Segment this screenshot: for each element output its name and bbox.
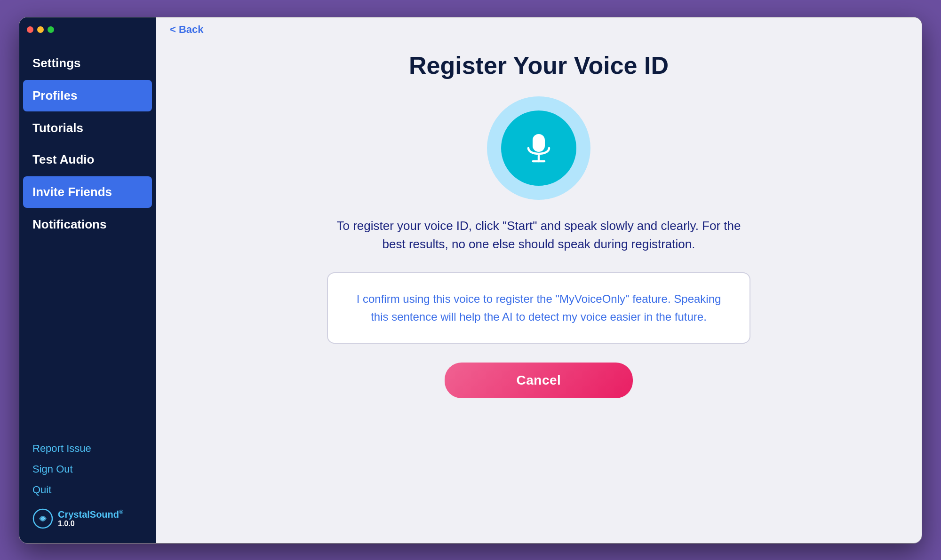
logo-area: CrystalSound® 1.0.0 <box>32 508 143 529</box>
sidebar-item-test-audio[interactable]: Test Audio <box>19 144 156 175</box>
back-button[interactable]: < Back <box>170 24 204 36</box>
app-window: Settings Profiles Tutorials Test Audio I… <box>19 17 922 544</box>
top-bar: < Back <box>156 17 922 42</box>
svg-point-1 <box>41 517 44 520</box>
confirm-box: I confirm using this voice to register t… <box>327 272 750 344</box>
page-title: Register Your Voice ID <box>409 51 669 79</box>
content-area: Register Your Voice ID To register your … <box>156 42 922 543</box>
svg-rect-2 <box>533 134 545 152</box>
logo-text: CrystalSound® 1.0.0 <box>58 509 123 528</box>
titlebar <box>19 17 156 42</box>
logo-name: CrystalSound® <box>58 509 123 520</box>
minimize-button[interactable] <box>37 26 44 33</box>
sidebar-item-invite-friends[interactable]: Invite Friends <box>23 176 152 208</box>
nav-items: Settings Profiles Tutorials Test Audio I… <box>19 42 156 433</box>
logo-trademark: ® <box>119 509 123 515</box>
report-issue-link[interactable]: Report Issue <box>32 442 143 455</box>
mic-inner-circle <box>501 110 576 186</box>
close-button[interactable] <box>27 26 33 33</box>
quit-link[interactable]: Quit <box>32 484 143 496</box>
logo-version: 1.0.0 <box>58 520 123 528</box>
crystalsound-logo-icon <box>32 508 53 529</box>
sidebar-bottom: Report Issue Sign Out Quit CrystalSound®… <box>19 433 156 543</box>
logo-sound: Sound <box>90 509 119 520</box>
main-content: < Back Register Your Voice ID <box>156 17 922 543</box>
sidebar: Settings Profiles Tutorials Test Audio I… <box>19 17 156 543</box>
back-label: < Back <box>170 24 204 36</box>
mic-outer-circle <box>487 96 590 200</box>
maximize-button[interactable] <box>48 26 54 33</box>
description-text: To register your voice ID, click "Start"… <box>327 217 750 253</box>
sign-out-link[interactable]: Sign Out <box>32 463 143 475</box>
confirm-text: I confirm using this voice to register t… <box>351 290 727 326</box>
sidebar-item-settings[interactable]: Settings <box>19 47 156 79</box>
sidebar-item-tutorials[interactable]: Tutorials <box>19 112 156 144</box>
sidebar-item-notifications[interactable]: Notifications <box>19 209 156 240</box>
microphone-icon <box>520 129 558 167</box>
logo-crystal: Crystal <box>58 509 90 520</box>
sidebar-item-profiles[interactable]: Profiles <box>23 80 152 111</box>
mic-icon-container <box>487 96 590 200</box>
cancel-button[interactable]: Cancel <box>445 363 633 398</box>
